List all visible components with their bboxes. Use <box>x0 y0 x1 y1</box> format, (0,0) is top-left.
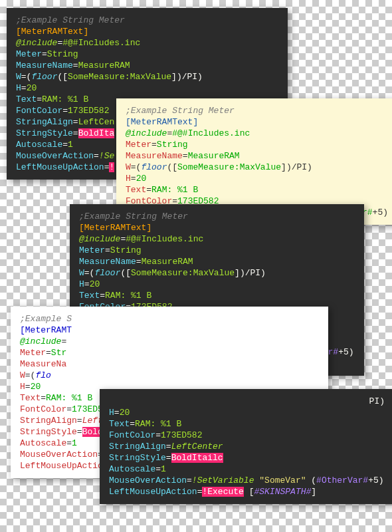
comment: ;Example String Meter <box>16 15 125 25</box>
section-header: [MeterRAMText] <box>16 27 88 37</box>
code-panel-5: PI) H=20 Text=RAM: %1 B FontColor=173ED5… <box>100 389 392 504</box>
invalid-value: BoldIta <box>78 128 115 138</box>
